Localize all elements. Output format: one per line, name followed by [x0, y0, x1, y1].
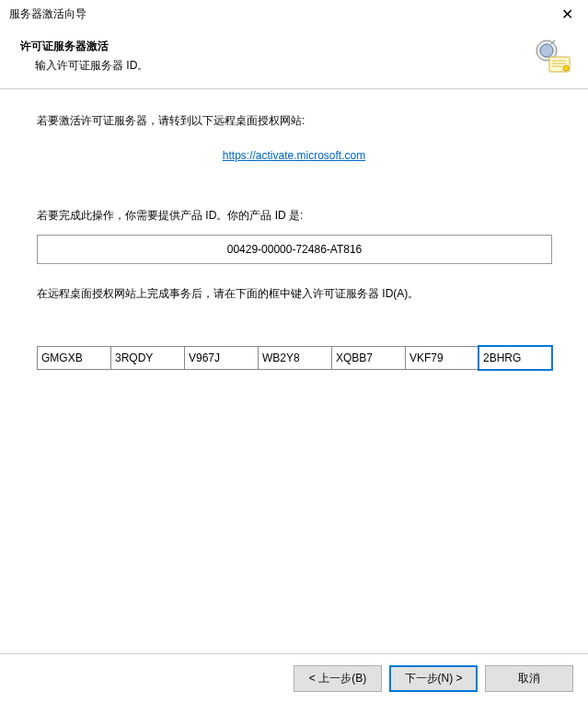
product-id-display: 00429-00000-72486-AT816 [37, 235, 552, 264]
id-segment-7[interactable] [478, 346, 552, 370]
back-button[interactable]: < 上一步(B) [294, 665, 382, 692]
activation-link[interactable]: https://activate.microsoft.com [223, 149, 365, 162]
certificate-icon [533, 35, 571, 74]
id-segment-3[interactable] [184, 346, 258, 370]
id-segment-4[interactable] [258, 346, 331, 370]
page-title: 许可证服务器激活 [20, 39, 568, 54]
window-title: 服务器激活向导 [9, 6, 86, 22]
wizard-header: 许可证服务器激活 输入许可证服务器 ID。 [0, 28, 588, 89]
wizard-footer: < 上一步(B) 下一步(N) > 取消 [0, 653, 588, 703]
id-segment-1[interactable] [37, 346, 110, 370]
cancel-button[interactable]: 取消 [485, 665, 573, 692]
svg-point-6 [563, 65, 569, 71]
link-row: https://activate.microsoft.com [37, 149, 551, 162]
server-id-label: 在远程桌面授权网站上完成事务后，请在下面的框中键入许可证服务器 ID(A)。 [37, 286, 551, 302]
wizard-content: 若要激活许可证服务器，请转到以下远程桌面授权网站: https://activa… [0, 89, 588, 394]
id-segment-2[interactable] [110, 346, 184, 370]
titlebar: 服务器激活向导 ✕ [0, 0, 588, 28]
next-button[interactable]: 下一步(N) > [389, 665, 478, 692]
product-id-label: 若要完成此操作，你需要提供产品 ID。你的产品 ID 是: [37, 208, 551, 224]
instruction-text-1: 若要激活许可证服务器，请转到以下远程桌面授权网站: [37, 113, 551, 129]
id-segment-6[interactable] [405, 346, 478, 370]
id-segment-5[interactable] [331, 346, 405, 370]
svg-point-1 [540, 44, 553, 57]
server-id-input-group [37, 346, 552, 370]
page-subtitle: 输入许可证服务器 ID。 [35, 58, 568, 74]
close-icon[interactable]: ✕ [556, 6, 579, 23]
